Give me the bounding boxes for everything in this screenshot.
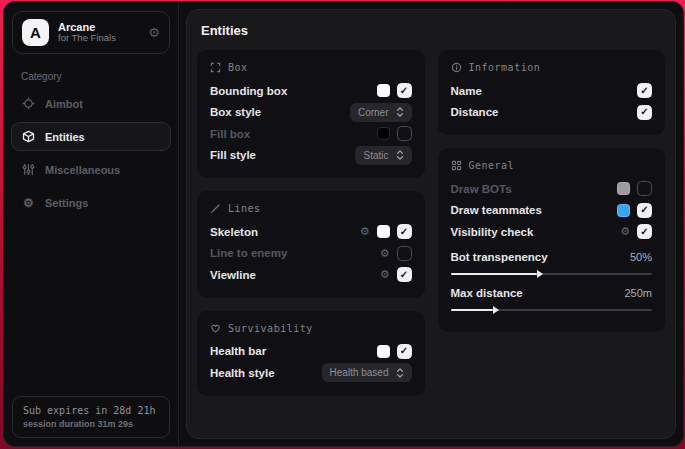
setting-row-visibility-check: Visibility check ⚙ ✓ <box>451 221 653 243</box>
row-label: Box style <box>210 106 342 118</box>
survivability-card: Survivability Health bar ✓ Health style <box>197 311 425 396</box>
chevron-updown-icon <box>396 107 404 117</box>
slider-label: Max distance <box>451 287 523 299</box>
card-title: General <box>469 160 515 171</box>
lines-card: Lines Skeleton ⚙ ✓ Line to enemy ⚙ <box>197 191 425 298</box>
dropdown-value: Corner <box>358 107 389 118</box>
skeleton-checkbox[interactable]: ✓ <box>397 224 412 239</box>
setting-row-name: Name ✓ <box>451 80 653 102</box>
setting-row-bounding-box: Bounding box ✓ <box>210 80 412 102</box>
brand-text: Arcane for The Finals <box>58 21 116 45</box>
chevron-updown-icon <box>396 150 404 160</box>
check-icon: ✓ <box>640 86 648 96</box>
gear-icon[interactable]: ⚙ <box>148 25 160 40</box>
color-swatch[interactable] <box>617 182 630 195</box>
sliders-icon <box>21 163 36 176</box>
distance-checkbox[interactable]: ✓ <box>637 105 652 120</box>
setting-row-health-style: Health style Health based <box>210 362 412 384</box>
sidebar-item-label: Settings <box>45 197 88 209</box>
setting-row-fill-box: Fill box ✓ <box>210 123 412 145</box>
dropdown-value: Health based <box>330 367 389 378</box>
dropdown-value: Static <box>363 150 388 161</box>
page-title: Entities <box>201 23 665 38</box>
row-label: Draw BOTs <box>451 183 610 195</box>
max-distance-slider-group: Max distance 250m <box>451 284 653 311</box>
bot-transparency-slider[interactable] <box>451 273 653 275</box>
line-to-enemy-checkbox[interactable]: ✓ <box>397 246 412 261</box>
color-swatch[interactable] <box>377 84 390 97</box>
row-label: Skeleton <box>210 226 352 238</box>
setting-row-skeleton: Skeleton ⚙ ✓ <box>210 221 412 243</box>
slider-fill[interactable] <box>451 309 493 311</box>
card-title: Information <box>469 62 541 73</box>
app-window: A Arcane for The Finals ⚙ Category Aimbo… <box>3 1 684 447</box>
check-icon: ✓ <box>400 270 408 280</box>
gear-icon[interactable]: ⚙ <box>380 269 390 280</box>
slider-fill[interactable] <box>451 273 538 275</box>
sidebar-item-aimbot[interactable]: Aimbot <box>11 89 171 118</box>
setting-row-fill-style: Fill style Static <box>210 145 412 167</box>
cube-icon <box>21 130 36 143</box>
sidebar-item-label: Miscellaneous <box>45 164 120 176</box>
row-label: Visibility check <box>451 226 613 238</box>
general-card-header: General <box>451 160 653 171</box>
gear-icon[interactable]: ⚙ <box>360 226 370 237</box>
fill-box-checkbox[interactable]: ✓ <box>397 126 412 141</box>
visibility-check-checkbox[interactable]: ✓ <box>637 224 652 239</box>
setting-row-distance: Distance ✓ <box>451 102 653 124</box>
check-icon: ✓ <box>640 107 648 117</box>
sidebar-item-label: Entities <box>45 131 85 143</box>
setting-row-draw-teammates: Draw teammates ✓ <box>451 200 653 222</box>
grid-icon <box>451 160 462 171</box>
check-icon: ✓ <box>400 86 408 96</box>
right-column: Information Name ✓ Distance ✓ <box>438 50 666 332</box>
color-swatch[interactable] <box>617 204 630 217</box>
slider-label: Bot transpenency <box>451 251 548 263</box>
survivability-card-header: Survivability <box>210 323 412 334</box>
bounding-box-checkbox[interactable]: ✓ <box>397 83 412 98</box>
slider-value: 250m <box>624 287 652 299</box>
brand-logo: A <box>22 19 49 46</box>
color-swatch[interactable] <box>377 225 390 238</box>
setting-row-health-bar: Health bar ✓ <box>210 341 412 363</box>
subscription-box: Sub expires in 28d 21h session duration … <box>12 396 170 438</box>
setting-row-draw-bots: Draw BOTs ✓ <box>451 178 653 200</box>
main-panel: Entities Box Bounding box <box>186 9 676 439</box>
sidebar-item-miscellaneous[interactable]: Miscellaneous <box>11 155 171 184</box>
row-label: Distance <box>451 106 630 118</box>
heart-icon <box>210 323 221 334</box>
box-style-dropdown[interactable]: Corner <box>350 103 412 122</box>
row-label: Bounding box <box>210 85 369 97</box>
gear-icon[interactable]: ⚙ <box>620 226 630 237</box>
health-style-dropdown[interactable]: Health based <box>322 363 412 382</box>
row-label: Health style <box>210 367 314 379</box>
card-title: Box <box>228 62 248 73</box>
crosshair-icon <box>21 97 36 110</box>
draw-bots-checkbox[interactable]: ✓ <box>637 181 652 196</box>
sidebar-item-settings[interactable]: ⚙ Settings <box>11 188 171 217</box>
color-swatch[interactable] <box>377 345 390 358</box>
row-label: Line to enemy <box>210 247 372 259</box>
fill-style-dropdown[interactable]: Static <box>355 146 411 165</box>
name-checkbox[interactable]: ✓ <box>637 83 652 98</box>
viewline-checkbox[interactable]: ✓ <box>397 267 412 282</box>
box-icon <box>210 62 221 73</box>
check-icon: ✓ <box>400 346 408 356</box>
left-column: Box Bounding box ✓ Box style Corn <box>197 50 425 396</box>
check-icon: ✓ <box>640 205 648 215</box>
row-label: Draw teammates <box>451 204 610 216</box>
health-bar-checkbox[interactable]: ✓ <box>397 344 412 359</box>
setting-row-box-style: Box style Corner <box>210 102 412 124</box>
information-card: Information Name ✓ Distance ✓ <box>438 50 666 135</box>
sidebar: A Arcane for The Finals ⚙ Category Aimbo… <box>4 2 179 446</box>
bot-transparency-slider-group: Bot transpenency 50% <box>451 248 653 275</box>
sidebar-item-entities[interactable]: Entities <box>11 122 171 151</box>
card-title: Lines <box>228 203 261 214</box>
brand-subtitle: for The Finals <box>58 33 116 44</box>
gear-icon[interactable]: ⚙ <box>380 248 390 259</box>
slider-value: 50% <box>630 251 652 263</box>
draw-teammates-checkbox[interactable]: ✓ <box>637 203 652 218</box>
check-icon: ✓ <box>400 227 408 237</box>
color-swatch[interactable] <box>377 127 390 140</box>
max-distance-slider[interactable] <box>451 309 653 311</box>
